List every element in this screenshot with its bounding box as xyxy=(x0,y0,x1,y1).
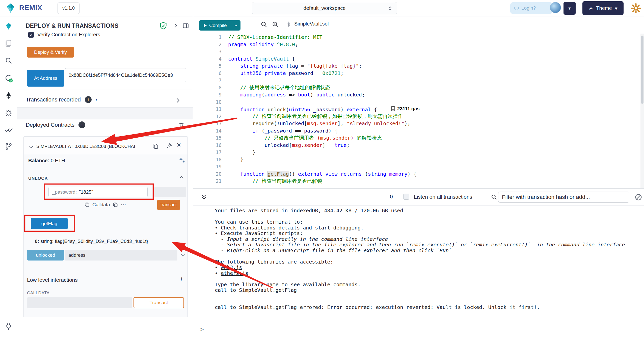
low-level-transact-button[interactable]: Transact xyxy=(133,297,184,308)
copy-icon[interactable] xyxy=(152,143,158,149)
call-result: 0: string: flag{E4sy_S0lidity_D3v_F1a9_C… xyxy=(35,239,148,244)
chevron-down-icon[interactable] xyxy=(180,252,186,258)
avatar[interactable] xyxy=(550,2,561,13)
chevron-right-icon[interactable] xyxy=(175,97,181,104)
sidebar-item-plugin-manager[interactable] xyxy=(3,321,14,332)
terminal-line: call to SimpleVault.getFlag xyxy=(215,287,638,293)
theme-button[interactable]: ☀ Theme ▾ xyxy=(582,1,624,15)
sidebar-item-static-analysis[interactable] xyxy=(3,124,14,135)
editor-scrollbar-thumb[interactable] xyxy=(641,36,643,104)
sidebar-item-git[interactable] xyxy=(3,141,14,152)
transactions-recorded-label: Transactions recorded xyxy=(26,96,81,103)
code-line: 4contract SimpleVault { xyxy=(193,55,640,63)
line-number: 4 xyxy=(193,56,222,62)
chevron-up-icon[interactable] xyxy=(179,174,185,180)
terminal-header: 0 Listen on all transactions xyxy=(193,189,644,206)
settings-gear-icon[interactable] xyxy=(631,3,641,13)
sidebar-item-file-explorer[interactable] xyxy=(3,38,14,49)
close-icon[interactable]: × xyxy=(177,141,181,149)
password-input[interactable]: _password: "1825" xyxy=(48,187,148,197)
line-number: 18 xyxy=(193,157,222,162)
panel-layout-icon[interactable] xyxy=(182,22,189,29)
line-number: 15 xyxy=(193,135,222,141)
line-number: 3 xyxy=(193,49,222,54)
divider xyxy=(23,272,188,272)
magnifier-minus-icon[interactable] xyxy=(260,21,268,28)
pin-icon[interactable] xyxy=(166,143,172,149)
terminal-link[interactable]: ethers.js xyxy=(221,270,248,276)
sidebar-item-deploy-run[interactable] xyxy=(3,90,14,101)
low-level-calldata-input[interactable] xyxy=(27,297,132,308)
sidebar-item-home[interactable] xyxy=(3,21,14,32)
chevron-down-icon[interactable] xyxy=(28,144,34,150)
terminal-line: - Right-click on a JavaScript file in th… xyxy=(215,248,638,253)
terminal-line: call to SimpleVault.getFlag errored: Err… xyxy=(215,304,638,310)
code-line: 13 require(!unlocked[msg.sender], "Alrea… xyxy=(193,120,640,127)
double-chevron-down-icon[interactable] xyxy=(200,194,207,201)
terminal-line: You can use this terminal to: xyxy=(215,219,638,225)
terminal-prompt[interactable]: > xyxy=(200,326,204,332)
user-menu-caret-button[interactable]: ▾ xyxy=(564,2,576,15)
compile-caret-button[interactable] xyxy=(231,20,240,31)
theme-label: Theme xyxy=(596,5,612,11)
terminal-line: Type the library name to see available c… xyxy=(215,282,638,288)
magnifier-plus-icon[interactable] xyxy=(272,21,279,28)
listen-checkbox[interactable] xyxy=(403,194,409,200)
trash-icon[interactable] xyxy=(178,122,185,128)
verify-checkbox[interactable] xyxy=(28,32,34,38)
file-tab[interactable]: SimpleVault.sol xyxy=(294,21,329,27)
sidebar-item-search[interactable] xyxy=(3,55,14,66)
code-line: 18 } xyxy=(193,156,640,163)
unlocked-button[interactable]: unlocked xyxy=(27,250,64,261)
sparkles-icon[interactable] xyxy=(178,156,186,164)
sidebar-item-compiler[interactable] xyxy=(3,73,14,84)
terminal-link[interactable]: web3.js xyxy=(221,264,242,270)
getflag-button[interactable]: getFlag xyxy=(31,218,68,229)
compile-button[interactable]: Compile xyxy=(199,20,231,31)
at-address-input[interactable]: 0x88DC8f1de5Ff74d644C1a1defDc54869E5Ce3 xyxy=(65,68,186,82)
code-line: 21 // 检查当前调用者是否已解锁 xyxy=(193,177,640,185)
copy-icon[interactable] xyxy=(113,202,118,207)
line-number: 14 xyxy=(193,128,222,134)
compile-split-button: Compile xyxy=(199,20,240,31)
verify-checkbox-label: Verify Contract on Explorers xyxy=(37,32,100,38)
editor-scrollbar[interactable] xyxy=(640,34,644,188)
code-line: 2pragma solidity ^0.8.0; xyxy=(193,41,640,48)
terminal-line xyxy=(215,214,638,219)
terminal-line xyxy=(215,299,638,304)
compiler-refresh-icon xyxy=(4,74,13,83)
code-line: 11 function unlock(uint256 _password) ex… xyxy=(193,106,640,113)
copy-icon[interactable] xyxy=(85,202,90,207)
password-extra-input[interactable] xyxy=(154,187,186,197)
result-value: string: flag{E4sy_S0lidity_D3v_F1a9_C0d3… xyxy=(39,239,148,244)
ban-icon[interactable] xyxy=(634,193,642,201)
line-number: 11 xyxy=(193,106,222,112)
ellipsis-icon[interactable]: ⋯ xyxy=(121,201,126,208)
balance-label: Balance: xyxy=(28,158,49,163)
contract-instance-label[interactable]: SIMPLEVAULT AT 0X88D...E3C08 (BLOCKCHAI xyxy=(36,144,147,149)
low-level-label: Low level interactions xyxy=(27,277,78,283)
listen-label: Listen on all transactions xyxy=(414,194,472,200)
sidebar-item-debugger[interactable] xyxy=(3,107,14,118)
panel-title: DEPLOY & RUN TRANSACTIONS xyxy=(26,22,119,29)
login-button[interactable]: Login? xyxy=(510,2,553,14)
terminal-line: Your files are stored in indexedDB, 484.… xyxy=(215,208,638,214)
line-number: 10 xyxy=(193,99,222,105)
calldata-section-label: CALLDATA xyxy=(27,291,49,296)
chevron-right-icon[interactable] xyxy=(173,23,179,29)
line-number: 1 xyxy=(193,34,222,40)
search-icon[interactable] xyxy=(491,194,497,200)
updown-icon xyxy=(387,5,393,12)
at-address-button[interactable]: At Address xyxy=(27,70,64,87)
code-line: 16 unlocked[msg.sender] = true; xyxy=(193,142,640,149)
transact-button[interactable]: transact xyxy=(157,200,180,210)
code-line: 3 xyxy=(193,48,640,55)
workspace-selector[interactable]: default_workspace xyxy=(252,2,397,14)
deploy-verify-button[interactable]: Deploy & Verify xyxy=(27,47,74,58)
unlocked-address-input[interactable]: address xyxy=(65,250,177,261)
code-area[interactable]: 1// SPDX-License-Identifier: MIT2pragma … xyxy=(193,34,640,188)
line-number: 17 xyxy=(193,149,222,155)
filter-input[interactable] xyxy=(498,192,629,203)
app-title: REMIX xyxy=(19,4,42,12)
version-badge[interactable]: v1.1.0 xyxy=(58,3,79,14)
